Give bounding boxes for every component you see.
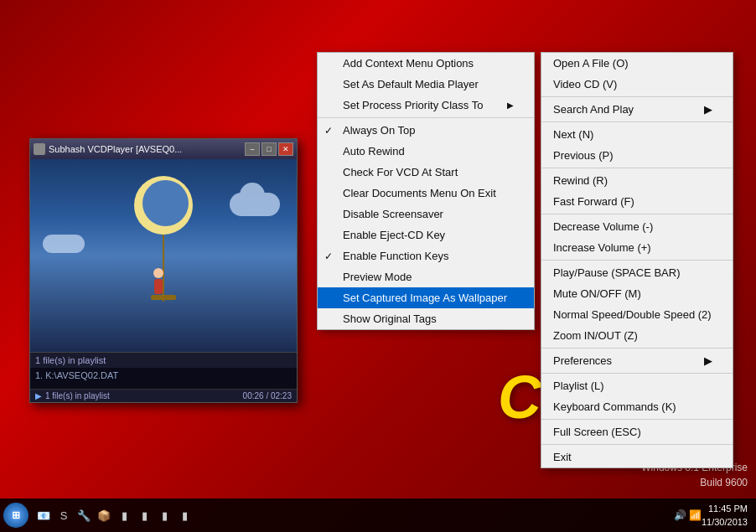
- enable-eject-label: Enable Eject-CD Key: [343, 229, 445, 241]
- context-menu-item-clear-docs[interactable]: Clear Documents Menu On Exit: [318, 183, 534, 204]
- fast-forward-label: Fast Forward (F): [553, 195, 634, 208]
- context-menu-item-auto-rewind[interactable]: Auto Rewind: [318, 141, 534, 162]
- taskbar-clock[interactable]: 11:45 PM 11/30/2013: [702, 502, 748, 529]
- moon-graphic: [134, 176, 193, 235]
- taskbar-icon-3[interactable]: 🔧: [75, 507, 92, 524]
- vcdplayer-video-area: [30, 159, 297, 352]
- vcdplayer-time-display: 00:26 / 02:23: [243, 391, 292, 400]
- taskbar-icon-4[interactable]: 📦: [96, 507, 112, 524]
- submenu: Open A File (O) Video CD (V) Search And …: [541, 52, 733, 468]
- preferences-label: Preferences: [553, 354, 612, 367]
- context-menu-item-add-context[interactable]: Add Context Menu Options: [318, 53, 534, 74]
- taskbar-notification-area: 🔊 📶: [674, 509, 702, 521]
- context-menu-item-enable-eject[interactable]: Enable Eject-CD Key: [318, 225, 534, 245]
- start-button[interactable]: ⊞: [3, 503, 28, 528]
- submenu-item-exit[interactable]: Exit: [541, 447, 733, 467]
- submenu-item-video-cd[interactable]: Video CD (V): [541, 74, 733, 95]
- submenu-sep-6: [541, 348, 733, 349]
- always-on-top-check: ✓: [324, 125, 333, 137]
- vcdplayer-window: Subhash VCDPlayer [AVSEQ0... – □ ✕ 1 fil…: [29, 138, 298, 403]
- show-tags-label: Show Original Tags: [343, 312, 437, 325]
- vcdplayer-titlebar: Subhash VCDPlayer [AVSEQ0... – □ ✕: [30, 139, 297, 159]
- fullscreen-label: Full Screen (ESC): [553, 426, 641, 438]
- cloud1-graphic: [230, 193, 280, 216]
- play-pause-label: Play/Pause (SPACE BAR): [553, 266, 680, 279]
- context-menu-item-set-wallpaper[interactable]: Set Captured Image As Wallpaper: [318, 287, 534, 308]
- context-menu-item-disable-screensaver[interactable]: Disable Screensaver: [318, 204, 534, 225]
- set-wallpaper-label: Set Captured Image As Wallpaper: [343, 292, 507, 304]
- submenu-item-mute[interactable]: Mute ON/OFF (M): [541, 283, 733, 304]
- context-menu-item-set-default[interactable]: Set As Default Media Player: [318, 74, 534, 95]
- auto-rewind-label: Auto Rewind: [343, 145, 405, 158]
- play-icon: ▶: [35, 391, 42, 400]
- taskbar-icon-1[interactable]: 📧: [35, 507, 52, 524]
- context-menu-item-check-vcd[interactable]: Check For VCD At Start: [318, 162, 534, 183]
- check-vcd-label: Check For VCD At Start: [343, 166, 458, 178]
- taskbar-icon-7[interactable]: ▮: [156, 507, 173, 524]
- zoom-label: Zoom IN/OUT (Z): [553, 329, 638, 342]
- taskbar-icons: 📧 S 🔧 📦 ▮ ▮ ▮ ▮: [35, 507, 355, 524]
- mute-label: Mute ON/OFF (M): [553, 287, 641, 300]
- submenu-item-open-file[interactable]: Open A File (O): [541, 53, 733, 74]
- desktop: CANO Windows 8.1 Enterprise Build 9600 S…: [0, 0, 756, 532]
- preferences-arrow: ▶: [704, 354, 712, 367]
- submenu-item-playlist[interactable]: Playlist (L): [541, 375, 733, 396]
- vcdplayer-status-text: 1 file(s) in playlist: [45, 391, 110, 400]
- submenu-sep-9: [541, 444, 733, 445]
- vcdplayer-maximize-btn[interactable]: □: [261, 142, 277, 156]
- video-cd-label: Video CD (V): [553, 78, 617, 90]
- submenu-item-rewind[interactable]: Rewind (R): [541, 170, 733, 191]
- taskbar-date: 11/30/2013: [702, 515, 748, 529]
- context-menu-item-enable-fn[interactable]: ✓ Enable Function Keys: [318, 245, 534, 266]
- set-default-label: Set As Default Media Player: [343, 78, 479, 90]
- exit-label: Exit: [553, 451, 572, 463]
- submenu-item-increase-vol[interactable]: Increase Volume (+): [541, 237, 733, 258]
- tray-icon-1: 🔊: [674, 509, 686, 521]
- submenu-item-keyboard-cmd[interactable]: Keyboard Commands (K): [541, 396, 733, 417]
- search-play-arrow: ▶: [704, 103, 712, 116]
- video-scene: [30, 159, 297, 352]
- submenu-item-next[interactable]: Next (N): [541, 124, 733, 145]
- separator-1: [318, 117, 534, 118]
- vcdplayer-title: Subhash VCDPlayer [AVSEQ0...: [49, 144, 241, 154]
- taskbar-icon-5[interactable]: ▮: [116, 507, 132, 524]
- submenu-sep-5: [541, 260, 733, 261]
- vcdplayer-playlist-header: 1 file(s) in playlist: [30, 352, 297, 368]
- vcdplayer-statusbar: ▶ 1 file(s) in playlist 00:26 / 02:23: [30, 389, 297, 402]
- normal-speed-label: Normal Speed/Double Speed (2): [553, 308, 712, 321]
- girl-figure-graphic: [150, 268, 167, 302]
- submenu-item-preferences[interactable]: Preferences ▶: [541, 350, 733, 371]
- context-menu-item-always-on-top[interactable]: ✓ Always On Top: [318, 120, 534, 141]
- submenu-sep-2: [541, 121, 733, 122]
- submenu-sep-1: [541, 96, 733, 97]
- preview-mode-label: Preview Mode: [343, 271, 412, 283]
- submenu-item-normal-speed[interactable]: Normal Speed/Double Speed (2): [541, 304, 733, 325]
- context-menu-item-preview-mode[interactable]: Preview Mode: [318, 266, 534, 287]
- taskbar-time: 11:45 PM: [702, 502, 748, 516]
- submenu-item-previous[interactable]: Previous (P): [541, 145, 733, 166]
- vcdplayer-close-btn[interactable]: ✕: [278, 142, 293, 156]
- taskbar-icon-2[interactable]: S: [55, 507, 72, 524]
- decrease-vol-label: Decrease Volume (-): [553, 220, 653, 233]
- submenu-item-fullscreen[interactable]: Full Screen (ESC): [541, 421, 733, 442]
- vcdplayer-minimize-btn[interactable]: –: [245, 142, 260, 156]
- win-version-line2: Build 9600: [641, 475, 748, 490]
- taskbar-icon-6[interactable]: ▮: [136, 507, 153, 524]
- submenu-item-decrease-vol[interactable]: Decrease Volume (-): [541, 216, 733, 237]
- submenu-item-search-play[interactable]: Search And Play ▶: [541, 99, 733, 120]
- tray-icon-2: 📶: [689, 509, 702, 521]
- keyboard-cmd-label: Keyboard Commands (K): [553, 400, 676, 413]
- submenu-item-play-pause[interactable]: Play/Pause (SPACE BAR): [541, 262, 733, 283]
- girl-body: [154, 279, 163, 294]
- context-menu-item-show-tags[interactable]: Show Original Tags: [318, 308, 534, 329]
- context-menu-item-set-priority[interactable]: Set Process Priority Class To ▶: [318, 95, 534, 116]
- enable-fn-check: ✓: [324, 251, 333, 262]
- taskbar-icon-8[interactable]: ▮: [176, 507, 193, 524]
- submenu-item-fast-forward[interactable]: Fast Forward (F): [541, 191, 733, 212]
- submenu-sep-3: [541, 168, 733, 168]
- add-context-label: Add Context Menu Options: [343, 57, 474, 70]
- vcdplayer-playlist: 1. K:\AVSEQ02.DAT: [30, 368, 297, 389]
- vcdplayer-app-icon: [34, 143, 45, 155]
- rewind-label: Rewind (R): [553, 174, 608, 187]
- submenu-item-zoom[interactable]: Zoom IN/OUT (Z): [541, 325, 733, 346]
